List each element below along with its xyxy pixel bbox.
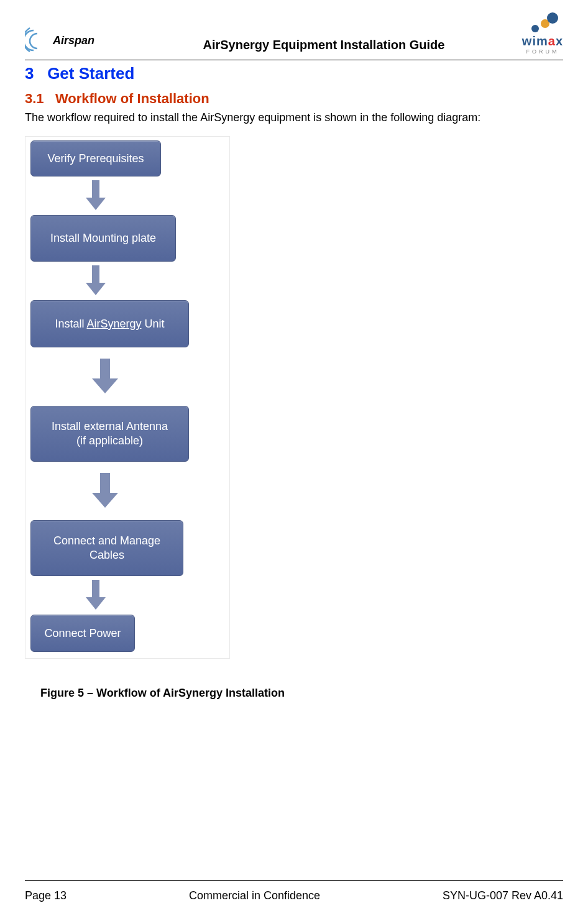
airspan-logo: Airspan (25, 27, 94, 55)
heading-1: 3 Get Started (25, 64, 563, 83)
svg-marker-12 (86, 597, 106, 610)
svg-marker-4 (86, 198, 106, 210)
svg-rect-3 (92, 180, 99, 198)
arrow-down-icon (83, 180, 108, 211)
flow-arrow (30, 580, 224, 611)
arrow-down-icon (83, 265, 108, 296)
svg-marker-6 (86, 283, 106, 295)
flow-step-label: Connect Power (44, 626, 121, 641)
flow-arrow (30, 359, 224, 395)
flow-step-label-line1: Connect and Manage (53, 534, 160, 548)
svg-rect-11 (92, 580, 99, 597)
workflow-diagram: Verify Prerequisites Install Mounting pl… (25, 136, 230, 659)
svg-rect-5 (92, 265, 99, 283)
flow-step-install-airsynergy-unit: Install AirSynergy Unit (30, 300, 189, 347)
arrow-down-icon (90, 359, 121, 395)
subsection-number: 3.1 (25, 91, 44, 106)
flow-step-verify-prerequisites: Verify Prerequisites (30, 140, 161, 176)
subsection-title: Workflow of Installation (55, 91, 209, 106)
flow-arrow (30, 180, 224, 211)
section-title: Get Started (47, 64, 134, 83)
wimax-logo: wimax FORUM (522, 12, 563, 55)
section-number: 3 (25, 64, 34, 83)
flow-step-install-mounting-plate: Install Mounting plate (30, 215, 176, 262)
page-header: Airspan AirSynergy Equipment Installatio… (25, 12, 563, 60)
airspan-arc-icon (25, 27, 50, 55)
svg-rect-9 (100, 473, 110, 493)
flow-arrow (30, 265, 224, 296)
intro-paragraph: The workflow required to install the Air… (25, 111, 563, 125)
footer-confidentiality: Commercial in Confidence (189, 889, 320, 902)
flow-step-label-line2: Cables (90, 548, 124, 562)
svg-marker-10 (92, 493, 118, 508)
footer-page-number: Page 13 (25, 889, 67, 902)
airspan-logo-text: Airspan (53, 34, 94, 47)
wimax-forum-text: FORUM (526, 48, 559, 55)
document-title: AirSynergy Equipment Installation Guide (94, 38, 522, 55)
flow-step-label-line1: Install external Antenna (52, 419, 168, 434)
figure-caption: Figure 5 – Workflow of AirSynergy Instal… (40, 687, 563, 700)
flow-step-connect-power: Connect Power (30, 615, 135, 652)
flow-arrow (30, 473, 224, 509)
wimax-dots-icon (524, 12, 561, 34)
flow-step-label: Install Mounting plate (50, 231, 156, 245)
svg-marker-8 (92, 378, 118, 393)
flow-step-install-external-antenna: Install external Antenna (if applicable) (30, 406, 189, 462)
wimax-logo-text: wimax (522, 34, 563, 48)
svg-point-2 (547, 12, 558, 24)
footer-doc-rev: SYN-UG-007 Rev A0.41 (443, 889, 563, 902)
svg-rect-7 (100, 359, 110, 378)
flow-step-label-line2: (if applicable) (76, 434, 143, 448)
page-footer: Page 13 Commercial in Confidence SYN-UG-… (25, 880, 563, 902)
heading-2: 3.1 Workflow of Installation (25, 91, 563, 107)
flow-step-connect-manage-cables: Connect and Manage Cables (30, 520, 183, 576)
flow-step-label: Install AirSynergy Unit (55, 317, 164, 331)
flow-step-label: Verify Prerequisites (47, 152, 144, 166)
svg-point-0 (531, 25, 539, 32)
arrow-down-icon (90, 473, 121, 509)
arrow-down-icon (83, 580, 108, 611)
